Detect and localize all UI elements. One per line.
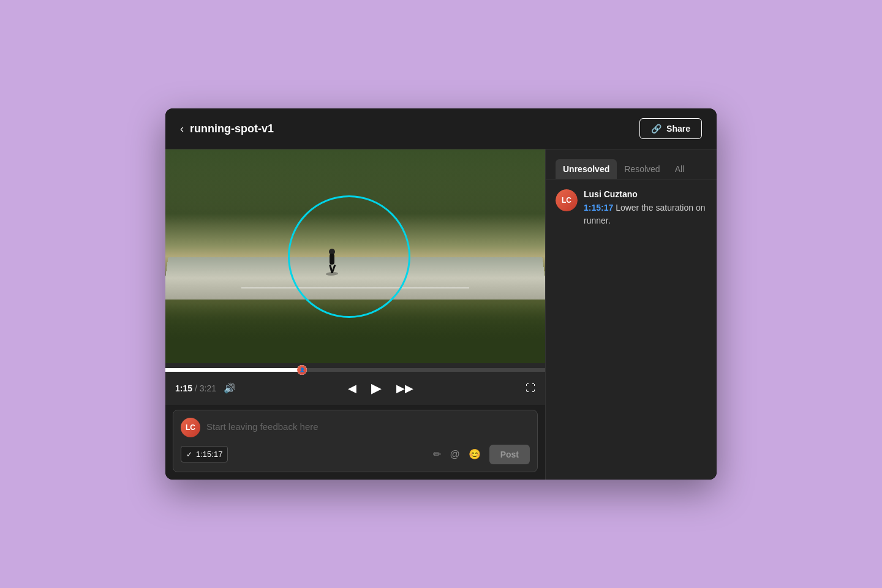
progress-thumb: 👤 — [297, 365, 307, 375]
comment-tabs: Unresolved Resolved All — [546, 149, 717, 179]
tab-unresolved[interactable]: Unresolved — [556, 159, 617, 179]
road — [165, 257, 545, 300]
toolbar-left: ✓ 1:15:17 — [181, 446, 228, 462]
play-button[interactable]: ▶ — [369, 378, 384, 399]
volume-icon[interactable]: 🔊 — [224, 382, 236, 394]
comment-input[interactable]: Start leaving feedback here — [206, 418, 530, 432]
comment-input-row: LC Start leaving feedback here — [181, 418, 530, 437]
share-label: Share — [666, 124, 690, 134]
fast-forward-button[interactable]: ▶▶ — [394, 379, 416, 398]
commenter-avatar: LC — [556, 189, 578, 211]
comment-timestamp: 1:15:17 — [584, 203, 613, 213]
controls-center: ◀ ▶ ▶▶ — [345, 378, 416, 399]
file-title: running-spot-v1 — [190, 123, 274, 135]
header: ‹ running-spot-v1 🔗 Share — [165, 108, 717, 149]
video-container[interactable] — [165, 149, 545, 363]
vegetation-bottom — [165, 303, 545, 363]
share-button[interactable]: 🔗 Share — [639, 118, 702, 139]
commenter-avatar-image: LC — [556, 189, 578, 211]
video-scene — [165, 149, 545, 363]
timestamp-value: 1:15:17 — [196, 450, 222, 459]
current-user-avatar: LC — [181, 418, 200, 437]
header-left: ‹ running-spot-v1 — [180, 123, 274, 135]
playback-area: 👤 1:15 / 3:21 🔊 ◀ ▶ — [165, 363, 545, 405]
controls-right: ⛶ — [526, 383, 535, 394]
road-line — [241, 287, 469, 288]
comment-item: LC Lusi Cuztano 1:15:17 Lower the satura… — [556, 189, 707, 227]
main-content: 👤 1:15 / 3:21 🔊 ◀ ▶ — [165, 149, 717, 480]
back-button[interactable]: ‹ — [180, 123, 184, 135]
post-button[interactable]: Post — [489, 445, 530, 464]
progress-bar[interactable]: 👤 — [165, 368, 545, 372]
time-total: 3:21 — [200, 383, 216, 393]
progress-filled — [165, 368, 302, 372]
time-display: 1:15 / 3:21 — [175, 383, 216, 393]
runner — [325, 249, 339, 273]
controls-left: 1:15 / 3:21 🔊 — [175, 382, 236, 394]
vegetation-top — [165, 149, 545, 224]
time-separator: / — [195, 383, 200, 393]
controls-row: 1:15 / 3:21 🔊 ◀ ▶ ▶▶ ⛶ — [165, 372, 545, 405]
app-window: ‹ running-spot-v1 🔗 Share — [165, 108, 717, 480]
rewind-button[interactable]: ◀ — [345, 379, 359, 398]
toolbar-icons: ✏ @ 😊 Post — [433, 445, 530, 464]
mention-icon[interactable]: @ — [450, 449, 459, 460]
check-icon: ✓ — [186, 450, 192, 459]
thumb-avatar: 👤 — [297, 365, 307, 375]
comment-text: 1:15:17 Lower the saturation on runner. — [584, 202, 707, 227]
video-panel: 👤 1:15 / 3:21 🔊 ◀ ▶ — [165, 149, 545, 480]
commenter-name: Lusi Cuztano — [584, 189, 707, 199]
share-icon: 🔗 — [651, 124, 662, 134]
draw-icon[interactable]: ✏ — [433, 448, 441, 460]
comments-panel: Unresolved Resolved All LC Lusi Cuztano … — [545, 149, 717, 480]
timestamp-toggle[interactable]: ✓ 1:15:17 — [181, 446, 228, 462]
tab-all[interactable]: All — [668, 159, 692, 179]
tab-resolved[interactable]: Resolved — [617, 159, 667, 179]
avatar-image: LC — [181, 418, 200, 437]
comment-body: Lusi Cuztano 1:15:17 Lower the saturatio… — [584, 189, 707, 227]
comment-toolbar: ✓ 1:15:17 ✏ @ 😊 Post — [181, 445, 530, 464]
fullscreen-button[interactable]: ⛶ — [526, 383, 535, 394]
comment-box: LC Start leaving feedback here ✓ 1:15:17… — [173, 410, 538, 472]
emoji-icon[interactable]: 😊 — [469, 448, 481, 460]
time-current: 1:15 — [175, 383, 192, 393]
runner-body — [330, 254, 334, 265]
comment-thread: LC Lusi Cuztano 1:15:17 Lower the satura… — [546, 179, 717, 237]
